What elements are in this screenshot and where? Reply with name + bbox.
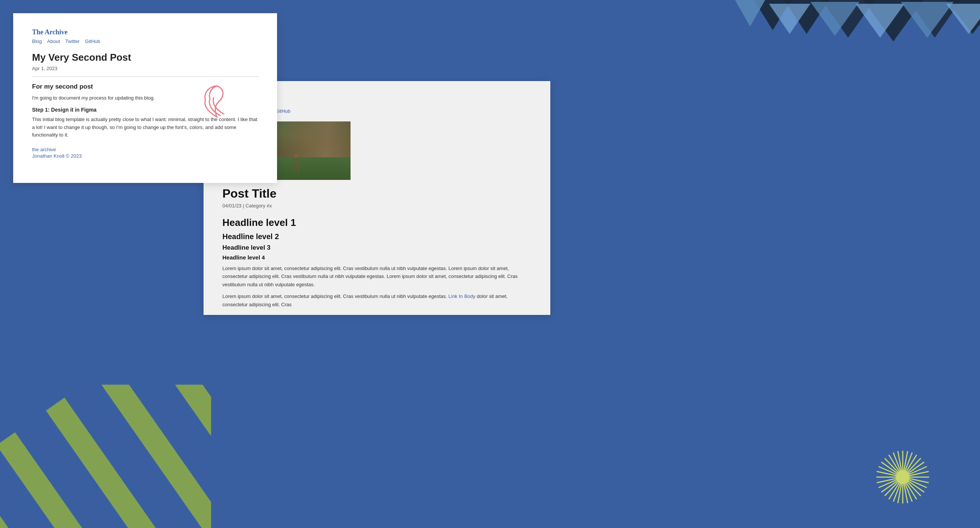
card2-body-1: Lorem ipsum dolor sit amet, consectetur …	[223, 264, 531, 289]
svg-point-54	[896, 470, 910, 484]
card2-body-2: Lorem ipsum dolor sit amet, consectetur …	[223, 292, 531, 308]
svg-line-58	[298, 166, 299, 172]
card1-nav: Blog About Twitter GitHub	[32, 38, 258, 44]
card2-h1: Headline level 1	[223, 217, 531, 228]
card1-nav-twitter[interactable]: Twitter	[65, 38, 80, 44]
card2-h4: Headline level 4	[223, 254, 531, 261]
card1-archive-link[interactable]: the archive	[32, 147, 258, 152]
card1-post-date: Apr 1, 2023	[32, 65, 258, 71]
card1-copyright[interactable]: Jonathan Knoll © 2023	[32, 153, 258, 159]
bg-stripes	[0, 385, 211, 528]
svg-marker-6	[735, 0, 765, 26]
card2-h3: Headline level 3	[223, 244, 531, 252]
person-silhouette	[293, 153, 300, 172]
wave-badge-decoration	[200, 81, 234, 119]
bg-triangles	[735, 0, 980, 75]
svg-rect-56	[295, 158, 298, 166]
svg-point-55	[294, 154, 298, 158]
card1-nav-github[interactable]: GitHub	[85, 38, 100, 44]
card2-body2-link[interactable]: Link In Body	[449, 294, 476, 299]
card1-nav-about[interactable]: About	[47, 38, 60, 44]
bg-sunburst	[875, 449, 931, 506]
card2-h2: Headline level 2	[223, 232, 531, 241]
card2-body2-prefix: Lorem ipsum dolor sit amet, consectetur …	[223, 294, 447, 299]
card1-post-title: My Very Second Post	[32, 52, 258, 63]
card2-nav-github[interactable]: GitHub	[275, 108, 290, 114]
card-1: The Archive Blog About Twitter GitHub My…	[13, 13, 277, 183]
card1-divider	[32, 77, 258, 77]
card1-nav-blog[interactable]: Blog	[32, 38, 42, 44]
card1-footer: the archive Jonathan Knoll © 2023	[32, 147, 258, 159]
card2-post-title: Post Title	[223, 187, 531, 201]
card1-step-body: This initial blog template is actually p…	[32, 116, 258, 139]
card2-post-meta: 04/01/23 | Category #x	[223, 203, 531, 209]
svg-line-57	[294, 166, 295, 172]
card1-site-title[interactable]: The Archive	[32, 28, 258, 36]
